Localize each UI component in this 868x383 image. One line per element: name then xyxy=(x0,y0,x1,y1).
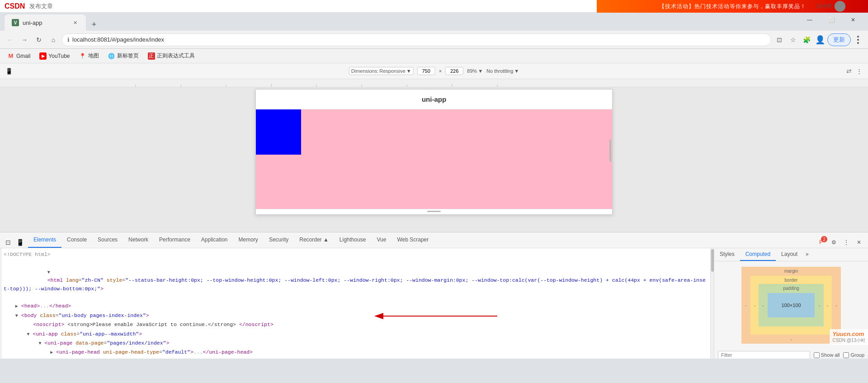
lighthouse-tab[interactable]: Lighthouse xyxy=(334,232,372,248)
devtools-tabs: ⊡ 📱 Elements Console Sources Network Per… xyxy=(0,232,868,248)
url-text: localhost:8081/#/pages/index/index xyxy=(72,36,765,43)
url-bar[interactable]: ℹ localhost:8081/#/pages/index/index xyxy=(61,33,771,46)
cast-button[interactable]: ⊡ xyxy=(773,33,786,46)
styles-panel-tabs: Styles Computed Layout » xyxy=(714,248,868,261)
back-button[interactable]: ← xyxy=(4,33,16,46)
show-all-checkbox[interactable] xyxy=(814,352,820,358)
rotate-device-button[interactable]: 📱 xyxy=(4,66,14,76)
bookmark-maps[interactable]: 📍 地图 xyxy=(75,51,103,61)
styles-more-button[interactable]: » xyxy=(803,248,811,261)
box-model: margin - - - border - - xyxy=(741,267,841,344)
forward-button[interactable]: → xyxy=(18,33,31,46)
tab-close-button[interactable]: ✕ xyxy=(71,19,79,26)
body-expand-icon[interactable] xyxy=(15,313,18,318)
minimize-button[interactable]: — xyxy=(799,13,820,27)
close-button[interactable]: ✕ xyxy=(843,13,863,27)
reload-button[interactable]: ↻ xyxy=(33,33,45,46)
html-expand-icon[interactable] xyxy=(47,270,50,275)
csdn-logo: CSDN xyxy=(5,2,25,10)
application-tab[interactable]: Application xyxy=(196,232,233,248)
update-button[interactable]: 更新 xyxy=(827,33,851,46)
bookmark-regex[interactable]: 正 正则表达式工具 xyxy=(144,51,198,61)
group-checkbox-wrapper[interactable]: Group xyxy=(843,352,864,358)
show-all-label: Show all xyxy=(821,352,840,358)
bookmark-youtube[interactable]: ▶ YouTube xyxy=(36,51,73,61)
maximize-button[interactable]: ⬜ xyxy=(821,13,842,27)
bookmark-gmail[interactable]: M Gmail xyxy=(4,51,34,61)
layout-tab[interactable]: Layout xyxy=(776,248,803,261)
main-content: uni-app ⊡ 📱 xyxy=(0,87,868,359)
ruler xyxy=(0,79,868,87)
content-size: 100×100 xyxy=(781,303,801,308)
memory-tab[interactable]: Memory xyxy=(233,232,264,248)
extensions-button[interactable]: 🧩 xyxy=(800,33,813,46)
menu-dot-3 xyxy=(857,42,859,44)
csdn-tagline: 发布文章 xyxy=(29,2,53,10)
devtools-body: <!DOCTYPE html> <html lang="zh-CN" style… xyxy=(0,248,868,359)
panel-left-border xyxy=(0,248,2,359)
head-expand-icon[interactable] xyxy=(15,304,18,309)
browser-menu-button[interactable] xyxy=(852,33,864,46)
uniapp-expand-icon[interactable] xyxy=(27,332,30,337)
vue-tab[interactable]: Vue xyxy=(372,232,392,248)
html-panel-scrollbar[interactable] xyxy=(711,248,714,359)
close-devtools-button[interactable]: ✕ xyxy=(854,237,864,248)
dimension-separator: × xyxy=(439,68,442,74)
performance-tab[interactable]: Performance xyxy=(154,232,196,248)
active-tab[interactable]: V uni-app ✕ xyxy=(5,14,86,31)
styles-tab[interactable]: Styles xyxy=(714,248,740,261)
elements-tab[interactable]: Elements xyxy=(28,232,61,248)
margin-bottom-value: - xyxy=(790,337,792,342)
throttle-dropdown-icon: ▼ xyxy=(514,68,519,74)
bookmark-button[interactable]: ☆ xyxy=(787,33,799,46)
pagehead-expand-icon[interactable] xyxy=(50,350,53,355)
csdn-score: 13小时 xyxy=(816,3,832,9)
device-mode-button[interactable]: 📱 xyxy=(14,237,25,248)
security-tab[interactable]: Security xyxy=(264,232,294,248)
resize-handle[interactable] xyxy=(256,209,612,214)
throttle-select[interactable]: No throttling ▼ xyxy=(486,68,519,74)
profile-button[interactable]: 👤 xyxy=(814,33,826,46)
web-scraper-tab[interactable]: Web Scraper xyxy=(392,232,434,248)
home-button[interactable]: ⌂ xyxy=(47,33,60,46)
zoom-select[interactable]: 89% ▼ xyxy=(467,68,483,74)
error-badge: 2 xyxy=(821,236,827,242)
html-line-body[interactable]: <body class="uni-body pages-index-index"… xyxy=(4,311,708,320)
devtools-viewport-toolbar: 📱 Dimensions: Responsive ▼ × 89% ▼ No th… xyxy=(0,63,868,79)
html-line-html[interactable]: <html lang="zh-CN" style="--status-bar-h… xyxy=(4,259,708,302)
new-tab-button[interactable]: + xyxy=(88,18,100,31)
settings-button[interactable]: ⚙ xyxy=(828,237,839,248)
more-options-button[interactable]: ⋮ xyxy=(854,66,864,76)
watermark-sub: CSDN @13小时 xyxy=(833,337,865,344)
computed-tab[interactable]: Computed xyxy=(740,248,776,261)
dimensions-select[interactable]: Dimensions: Responsive ▼ xyxy=(349,67,414,75)
bookmark-maps-label: 地图 xyxy=(88,52,99,60)
filter-input[interactable] xyxy=(718,351,810,359)
show-all-checkbox-wrapper[interactable]: Show all xyxy=(814,352,840,358)
group-checkbox[interactable] xyxy=(843,352,849,358)
console-tab[interactable]: Console xyxy=(61,232,92,248)
network-tab[interactable]: Network xyxy=(123,232,154,248)
recorder-tab[interactable]: Recorder ▲ xyxy=(294,232,334,248)
height-input[interactable] xyxy=(445,67,463,75)
html-line-uniapp[interactable]: <uni-app class="uni-app--maxwidth"> xyxy=(4,330,708,339)
devtools-badge[interactable]: F 2 xyxy=(816,237,826,248)
zoom-value: 89% xyxy=(467,68,477,74)
zoom-dropdown-icon: ▼ xyxy=(478,68,483,74)
inspect-element-button[interactable]: ⊡ xyxy=(3,237,14,248)
html-line-head[interactable]: <head>...</head> xyxy=(4,302,708,311)
devtools-more-button[interactable]: ⋮ xyxy=(841,237,852,248)
html-line-pagehead[interactable]: <uni-page-head uni-page-head-type="defau… xyxy=(4,348,708,357)
bookmark-newtab[interactable]: 🌐 新标签页 xyxy=(104,51,142,61)
unipage-expand-icon[interactable] xyxy=(38,341,41,346)
padding-left-value: - xyxy=(762,303,764,308)
html-line-unipage[interactable]: <uni-page data-page="pages/index/index"> xyxy=(4,339,708,348)
rotate-icon[interactable]: ⇄ xyxy=(846,67,852,75)
maps-icon: 📍 xyxy=(79,52,86,60)
dimensions-value: Responsive xyxy=(379,68,405,74)
width-input[interactable] xyxy=(417,67,435,75)
watermark-container: Yuucn.com CSDN @13小时 xyxy=(830,329,868,345)
margin-label: margin xyxy=(784,269,798,274)
sources-tab[interactable]: Sources xyxy=(92,232,123,248)
padding-label: padding xyxy=(783,286,799,291)
